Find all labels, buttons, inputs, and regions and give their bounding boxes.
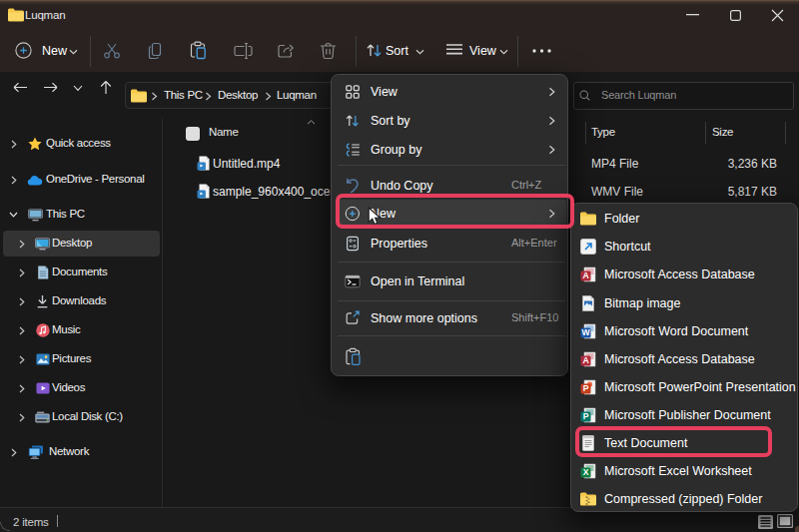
svg-text:A: A [582,270,588,280]
svg-text:X: X [583,467,589,477]
svg-text:A: A [582,355,588,365]
svg-text:P: P [583,383,589,393]
svg-text:W: W [581,327,590,337]
svg-text:P: P [583,411,589,421]
